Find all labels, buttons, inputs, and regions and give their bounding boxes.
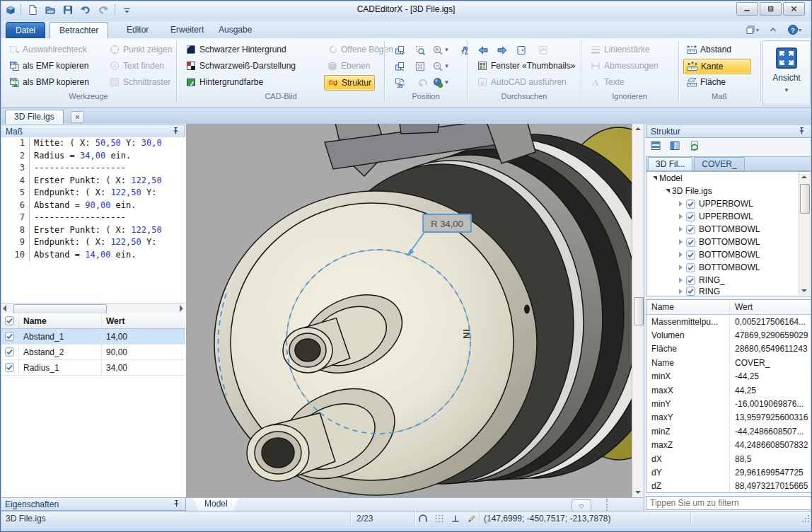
viewport-3d[interactable]: IN R 34,00 <box>186 124 632 497</box>
ribbon-button-fit-window[interactable] <box>411 59 429 74</box>
ribbon-button-render-mode[interactable]: ▼ <box>431 75 450 90</box>
tree-expander[interactable] <box>666 189 670 193</box>
minimize-button[interactable] <box>736 2 758 16</box>
ribbon-button-kante[interactable]: Kante <box>683 59 751 74</box>
checkbox[interactable] <box>686 287 695 296</box>
property-row[interactable]: Fläche 28680,6549611243 <box>646 342 811 356</box>
scroll-down-arrow[interactable] <box>635 491 641 494</box>
scroll-up-arrow[interactable] <box>801 175 807 178</box>
property-row[interactable]: maxX 44,25 <box>646 383 811 397</box>
menu-tab-editor[interactable]: Editor <box>117 22 158 38</box>
checkbox[interactable] <box>686 250 695 260</box>
ribbon-button-rotate-35[interactable]: 35° <box>390 75 409 90</box>
model-tab[interactable]: Model <box>193 498 239 511</box>
property-row[interactable]: Name COVER_ <box>646 356 811 369</box>
checkbox[interactable] <box>686 212 695 221</box>
tree-expander[interactable] <box>653 176 657 180</box>
split-vertical-button[interactable] <box>666 138 683 153</box>
quick-access-more-button[interactable] <box>119 3 134 17</box>
checkbox[interactable] <box>686 200 695 209</box>
tree-expander[interactable] <box>679 201 683 207</box>
ribbon-button-als-emf-kopieren[interactable]: EMFals EMF kopieren <box>6 59 91 73</box>
scroll-up-arrow[interactable] <box>635 127 641 130</box>
measure-row-abstand_2[interactable]: Abstand_2 90,00 <box>1 345 185 360</box>
checkbox[interactable] <box>5 363 14 372</box>
tree-expander[interactable] <box>679 289 683 294</box>
tree-expander[interactable] <box>679 265 683 270</box>
draw-pen-button[interactable] <box>465 513 478 524</box>
property-row[interactable]: minZ -44,2486608507... <box>646 424 811 438</box>
pin-icon[interactable] <box>172 499 181 509</box>
ribbon-button-nav-back[interactable] <box>474 42 492 57</box>
save-file-button[interactable] <box>60 3 76 17</box>
tree-item-bottombowl[interactable]: BOTTOMBOWL <box>646 223 811 236</box>
ribbon-button-schwarzweiß-darstellung[interactable]: Schwarzweiß-Darstellung <box>182 59 298 73</box>
ribbon-button-hintergrundfarbe[interactable]: Hintergrundfarbe <box>182 75 266 89</box>
structure-tab-3dfil[interactable]: 3D Fil... <box>648 157 692 170</box>
scrollbar-thumb[interactable] <box>800 184 810 214</box>
measurement-log[interactable]: 1Mitte: ( X: 50,50 Y: 30,02Radius = 34,0… <box>1 137 185 303</box>
redo-button[interactable] <box>95 3 111 17</box>
window-layout-button[interactable]: ▾ <box>744 23 760 37</box>
snap-grid-button[interactable] <box>432 513 446 524</box>
collapse-ribbon-button[interactable] <box>765 23 781 37</box>
help-button[interactable]: ?▾ <box>787 23 802 37</box>
pin-icon[interactable] <box>797 127 806 136</box>
scroll-right-arrow[interactable] <box>180 305 183 312</box>
property-row[interactable]: maxY 13,9597925600316 <box>646 411 811 424</box>
ribbon-button-zoom-in[interactable]: ▼ <box>431 42 450 57</box>
snap-curve-button[interactable] <box>416 513 429 524</box>
checkbox[interactable] <box>686 263 695 272</box>
measure-row-abstand_1[interactable]: Abstand_1 14,00 <box>1 329 185 345</box>
tree-expander[interactable] <box>679 226 683 232</box>
restore-button[interactable] <box>760 2 782 16</box>
eigenschaften-panel-header[interactable]: Eigenschaften <box>0 497 186 511</box>
close-button[interactable] <box>783 2 805 16</box>
scroll-down-arrow[interactable] <box>801 289 807 292</box>
checkbox[interactable] <box>5 347 14 357</box>
scrollbar-thumb[interactable] <box>13 304 107 314</box>
tree-item-bottombowl[interactable]: BOTTOMBOWL <box>646 236 811 248</box>
tree-item-bottombowl[interactable]: BOTTOMBOWL <box>646 248 811 261</box>
property-row[interactable]: dZ 88,4973217015665 <box>646 480 811 493</box>
viewport-vertical-scrollbar[interactable] <box>632 124 644 497</box>
measure-row-radius_1[interactable]: Radius_1 34,00 <box>1 360 185 376</box>
ribbon-button-als-bmp-kopieren[interactable]: BMPals BMP kopieren <box>6 75 92 89</box>
menu-tab-erweitert[interactable]: Erweitert <box>161 22 213 38</box>
property-row[interactable]: Volumen 47869,9290659029 <box>646 328 811 342</box>
ribbon-button-abstand[interactable]: Abstand <box>683 42 750 57</box>
property-row[interactable]: dY 29,961699547725 <box>646 466 811 479</box>
ribbon-button-nav-up[interactable] <box>512 42 530 57</box>
ribbon-button-fläche[interactable]: Fläche <box>683 75 750 89</box>
tree-expander[interactable] <box>679 214 683 219</box>
tree-item-3d-file-igs[interactable]: 3D File.igs <box>646 185 811 197</box>
chevron-down-icon[interactable]: ▼ <box>784 87 789 93</box>
document-tab-close-button[interactable] <box>71 111 84 123</box>
ribbon-button-nav-forward[interactable] <box>493 42 511 57</box>
favorites-button[interactable] <box>572 499 591 511</box>
ribbon-button-struktur[interactable]: Struktur <box>324 75 375 91</box>
ribbon-button-schwarzer-hintergrund[interactable]: Schwarzer Hintergrund <box>182 42 289 57</box>
resize-grip[interactable] <box>801 514 810 523</box>
property-row[interactable]: minY -16,0019069876... <box>646 397 811 410</box>
tree-item-upperbowl[interactable]: UPPERBOWL <box>646 210 811 223</box>
ribbon-button-zoom-window[interactable] <box>411 42 429 57</box>
scroll-left-arrow[interactable] <box>3 305 6 312</box>
property-row[interactable]: dX 88,5 <box>646 452 811 466</box>
tree-expander[interactable] <box>679 252 683 258</box>
document-tab[interactable]: 3D File.igs <box>5 110 64 124</box>
pin-icon[interactable] <box>171 127 180 136</box>
tree-item-bottombowl[interactable]: BOTTOMBOWL <box>646 261 811 274</box>
open-file-button[interactable] <box>42 3 58 17</box>
undo-button[interactable] <box>78 3 93 17</box>
tree-item-upperbowl[interactable]: UPPERBOWL <box>646 197 811 210</box>
menu-tab-betrachter[interactable]: Betrachter <box>50 22 108 39</box>
tree-item-ring-[interactable]: RING_ <box>646 287 811 296</box>
orthogonal-button[interactable] <box>448 513 462 524</box>
checkbox[interactable] <box>5 316 14 325</box>
menu-tab-ausgabe[interactable]: Ausgabe <box>209 22 261 38</box>
ribbon-button-zoom-out[interactable]: ▼ <box>431 59 450 74</box>
filter-input[interactable] <box>646 496 811 510</box>
scrollbar-thumb[interactable] <box>634 297 644 325</box>
ribbon-button-rotate-view[interactable] <box>390 42 409 57</box>
